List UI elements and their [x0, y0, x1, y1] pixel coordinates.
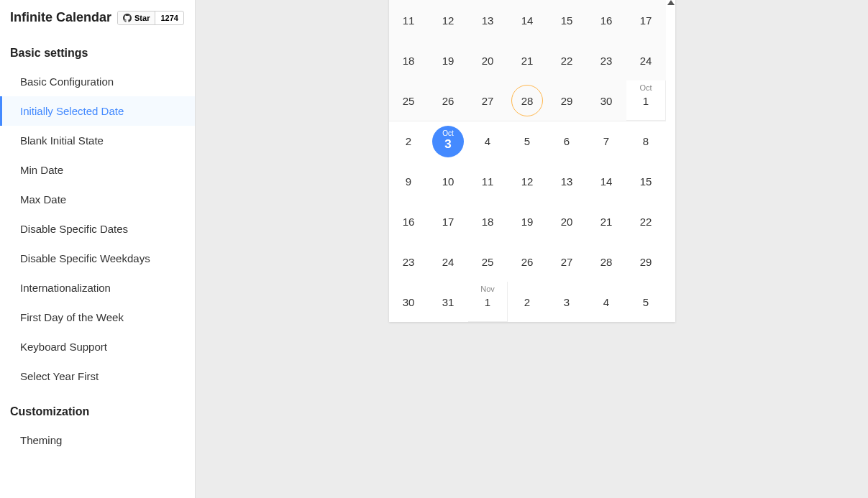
calendar-day[interactable]: 24	[429, 241, 468, 282]
today-ring: 28	[511, 85, 543, 116]
calendar-day[interactable]: 4	[587, 282, 626, 322]
nav-disable-specific-weekdays[interactable]: Disable Specific Weekdays	[0, 244, 195, 273]
github-star-badge[interactable]: Star 1274	[117, 11, 184, 25]
nav-internationalization[interactable]: Internationalization	[0, 273, 195, 303]
calendar-day[interactable]: 14	[587, 161, 626, 201]
main-panel: Initially Selected Date 2016 Mon, Oct 3r…	[196, 0, 868, 498]
calendar-day[interactable]: 11	[468, 161, 508, 201]
nav-initially-selected-date[interactable]: Initially Selected Date	[0, 96, 195, 126]
calendar-day[interactable]: 2	[508, 282, 547, 322]
calendar-day[interactable]: 13	[547, 161, 587, 201]
calendar-week: 9 10 11 12 13 14 15	[389, 161, 666, 201]
calendar-week: 25 26 27 28 29 30 Oct 1	[389, 80, 666, 121]
calendar-day[interactable]: 15	[626, 161, 666, 201]
calendar-day[interactable]: 16	[389, 201, 429, 241]
calendar-day[interactable]: 25	[389, 80, 429, 121]
selected-day-circle: Oct 3	[432, 126, 464, 157]
calendar-day[interactable]: 24	[626, 40, 666, 80]
calendar-day[interactable]: 16	[587, 0, 626, 40]
calendar-day[interactable]: 12	[508, 161, 547, 201]
app-title: Infinite Calendar	[10, 10, 111, 25]
section-heading-basic: Basic settings	[0, 32, 195, 67]
calendar-day[interactable]: 26	[429, 80, 468, 121]
selected-day-number: 3	[444, 137, 451, 152]
calendar-day[interactable]: 30	[389, 282, 429, 322]
calendar-day[interactable]: 18	[389, 40, 429, 80]
calendar-day[interactable]: 22	[626, 201, 666, 241]
section-heading-customization: Customization	[0, 391, 195, 425]
github-star-count: 1274	[155, 11, 183, 24]
calendar-day[interactable]: 19	[508, 201, 547, 241]
calendar-day[interactable]: 18	[468, 201, 508, 241]
calendar-day[interactable]: 5	[626, 282, 666, 322]
calendar-day[interactable]: 26	[508, 241, 547, 282]
calendar-day[interactable]: 30	[587, 80, 626, 121]
calendar-day[interactable]: 31	[429, 282, 468, 322]
month-label-nov: Nov	[480, 285, 495, 293]
calendar-day[interactable]: 19	[429, 40, 468, 80]
page-body: 2016 Mon, Oct 3rd Sun Mon Tue Wed Thu Fr…	[196, 0, 868, 498]
calendar-day-today[interactable]: 28	[508, 80, 547, 121]
calendar-day[interactable]: 29	[547, 80, 587, 121]
nav-theming[interactable]: Theming	[0, 425, 195, 455]
nav-first-day-of-week[interactable]: First Day of the Week	[0, 303, 195, 332]
calendar-day[interactable]: 17	[626, 0, 666, 40]
calendar-widget: 2016 Mon, Oct 3rd Sun Mon Tue Wed Thu Fr…	[389, 0, 675, 322]
calendar-day[interactable]: 21	[587, 201, 626, 241]
calendar-day[interactable]: 27	[547, 241, 587, 282]
calendar-week: 30 31 Nov 1 2 3 4 5	[389, 282, 666, 322]
calendar-week: 11 12 13 14 15 16 17	[389, 0, 666, 40]
calendar-day[interactable]: 23	[389, 241, 429, 282]
nav-max-date[interactable]: Max Date	[0, 185, 195, 214]
nav-min-date[interactable]: Min Date	[0, 155, 195, 185]
calendar-day[interactable]: 13	[468, 0, 508, 40]
nav-select-year-first[interactable]: Select Year First	[0, 361, 195, 391]
calendar-day[interactable]: 28	[587, 241, 626, 282]
calendar-week: 2 Oct 3 4 5 6 7 8	[389, 121, 666, 161]
sidebar: Infinite Calendar Star 1274 Basic settin…	[0, 0, 196, 498]
calendar-week: 18 19 20 21 22 23 24	[389, 40, 666, 80]
calendar-day[interactable]: 21	[508, 40, 547, 80]
calendar-week: 16 17 18 19 20 21 22	[389, 201, 666, 241]
calendar-day[interactable]: 17	[429, 201, 468, 241]
calendar-day[interactable]: 29	[626, 241, 666, 282]
nav-disable-specific-dates[interactable]: Disable Specific Dates	[0, 214, 195, 244]
calendar-day[interactable]: 9	[389, 161, 429, 201]
calendar-day[interactable]: 25	[468, 241, 508, 282]
calendar-day[interactable]: 20	[547, 201, 587, 241]
github-star-label: Star	[134, 14, 150, 22]
calendar-day[interactable]: 27	[468, 80, 508, 121]
calendar-day[interactable]: 5	[508, 121, 547, 161]
calendar-week: 23 24 25 26 27 28 29	[389, 241, 666, 282]
calendar-day[interactable]: 4	[468, 121, 508, 161]
calendar-day[interactable]: 12	[429, 0, 468, 40]
calendar-day[interactable]: 6	[547, 121, 587, 161]
calendar-day[interactable]: 3	[547, 282, 587, 322]
month-label-oct: Oct	[639, 83, 652, 92]
calendar-day-selected[interactable]: Oct 3	[429, 121, 468, 161]
calendar-day[interactable]: 2	[389, 121, 429, 161]
scroll-up-icon[interactable]	[667, 0, 675, 5]
calendar-day[interactable]: 14	[508, 0, 547, 40]
nav-basic-configuration[interactable]: Basic Configuration	[0, 67, 195, 96]
calendar-day[interactable]: 23	[587, 40, 626, 80]
sidebar-header: Infinite Calendar Star 1274	[0, 0, 195, 32]
calendar-day[interactable]: 15	[547, 0, 587, 40]
calendar-day[interactable]: 22	[547, 40, 587, 80]
calendar-day[interactable]: 7	[587, 121, 626, 161]
calendar-day[interactable]: 20	[468, 40, 508, 80]
calendar-day-month-start[interactable]: Oct 1	[626, 80, 666, 121]
github-star-button[interactable]: Star	[118, 11, 155, 24]
calendar-day-month-start[interactable]: Nov 1	[468, 282, 508, 322]
nav-blank-initial-state[interactable]: Blank Initial State	[0, 126, 195, 155]
selected-month-label: Oct	[442, 130, 454, 137]
calendar-day[interactable]: 10	[429, 161, 468, 201]
nav-keyboard-support[interactable]: Keyboard Support	[0, 332, 195, 361]
calendar-day[interactable]: 11	[389, 0, 429, 40]
github-icon	[123, 14, 132, 22]
calendar-grid[interactable]: 11 12 13 14 15 16 17 18 19 20 21 22 23 2…	[389, 0, 666, 322]
calendar-day[interactable]: 8	[626, 121, 666, 161]
